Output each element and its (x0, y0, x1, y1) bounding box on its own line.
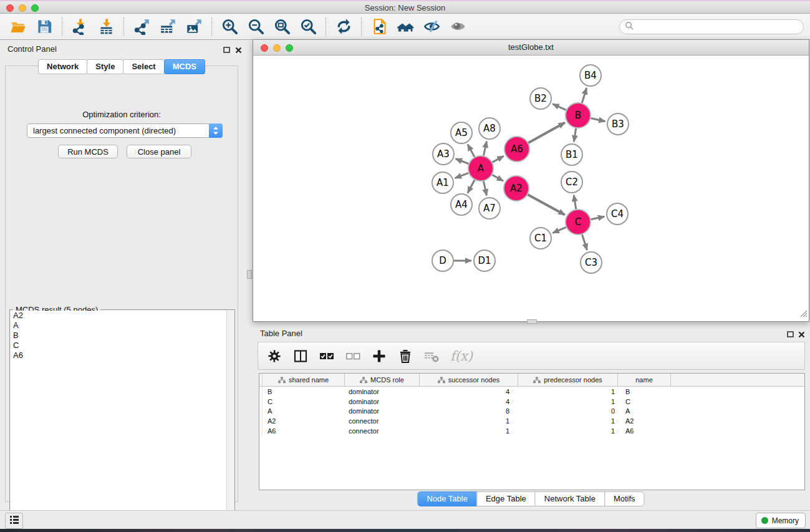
graph-node-A7[interactable]: A7 (479, 198, 500, 219)
import-network-button[interactable] (69, 16, 91, 38)
graph-edge-B-B2[interactable] (552, 104, 566, 110)
graph-node-A4[interactable]: A4 (451, 194, 472, 215)
graph-node-A5[interactable]: A5 (451, 122, 472, 143)
graph-node-A1[interactable]: A1 (432, 172, 453, 193)
resize-grip-icon[interactable] (799, 309, 808, 320)
graph-edge-A-A4[interactable] (468, 180, 475, 193)
graph-edge-B-B4[interactable] (582, 88, 586, 103)
export-network-button[interactable] (130, 16, 153, 38)
network-canvas[interactable]: B4B2BB3A5A8A6A3AB1A1A2C2A4A7C4CC1C3DD1 (254, 56, 808, 321)
zoom-selected-button[interactable] (297, 16, 319, 38)
graph-edge-C-C3[interactable] (582, 235, 587, 250)
tab-select[interactable]: Select (123, 59, 164, 74)
graph-node-A8[interactable]: A8 (479, 118, 500, 139)
column-header-predecessor-nodes[interactable]: predecessor nodes (518, 374, 618, 386)
import-table-button[interactable] (95, 16, 117, 38)
export-image-button[interactable] (183, 16, 205, 38)
criterion-dropdown[interactable]: largest connected component (directed) (27, 123, 223, 138)
search-input[interactable] (634, 21, 803, 32)
task-history-button[interactable] (5, 513, 23, 529)
horizontal-splitter-handle[interactable] (527, 319, 537, 324)
search-field[interactable] (619, 19, 804, 34)
column-layout-button[interactable] (293, 349, 308, 364)
graph-node-B2[interactable]: B2 (530, 88, 551, 109)
graph-node-A[interactable]: A (468, 156, 493, 181)
graph-node-C4[interactable]: C4 (607, 203, 628, 225)
home-button[interactable] (394, 16, 417, 38)
graph-node-A6[interactable]: A6 (504, 137, 529, 162)
column-header-shared-name[interactable]: shared name (263, 374, 345, 386)
graph-node-C1[interactable]: C1 (530, 228, 551, 249)
tab-node-table[interactable]: Node Table (417, 491, 477, 506)
table-settings-gear-button[interactable] (267, 349, 282, 364)
graph-node-D1[interactable]: D1 (474, 250, 495, 271)
table-row[interactable]: A6connector11A6 (259, 426, 804, 436)
table-row[interactable]: A2connector11A2 (259, 416, 804, 426)
hide-selected-eye-button[interactable] (420, 16, 443, 38)
close-panel-button[interactable]: Close panel (127, 145, 191, 158)
graph-edge-A2-C[interactable] (528, 195, 565, 215)
graph-node-C[interactable]: C (566, 210, 591, 235)
graph-edge-A-A6[interactable] (493, 156, 504, 162)
graph-edge-A-A5[interactable] (468, 144, 475, 157)
graph-edge-B-B3[interactable] (591, 118, 605, 122)
table-float-panel-icon[interactable] (787, 329, 794, 341)
deselect-all-checks-button[interactable] (345, 349, 360, 364)
graph-node-C2[interactable]: C2 (561, 172, 582, 193)
graph-node-B4[interactable]: B4 (580, 65, 601, 86)
graph-node-B3[interactable]: B3 (607, 114, 629, 135)
graph-edge-C-C2[interactable] (574, 195, 576, 210)
select-all-checks-button[interactable] (319, 349, 334, 364)
graph-node-A2[interactable]: A2 (504, 176, 529, 201)
close-panel-icon[interactable] (235, 45, 242, 56)
graph-edge-A-A2[interactable] (492, 175, 503, 181)
column-header-successor-nodes[interactable]: successor nodes (420, 374, 518, 386)
graph-edge-C-C4[interactable] (591, 216, 605, 220)
table-close-panel-icon[interactable] (798, 329, 805, 341)
mcds-list-scrollbar[interactable] (226, 310, 234, 523)
mcds-result-item[interactable]: A2 (11, 311, 234, 321)
mcds-result-item[interactable]: C (11, 341, 234, 351)
table-row[interactable]: Cdominator41C (259, 397, 804, 407)
column-header-name[interactable]: name (618, 374, 671, 386)
mcds-result-item[interactable]: A6 (11, 351, 234, 360)
table-row[interactable]: Bdominator41B (259, 387, 804, 397)
graph-edge-A6-B[interactable] (528, 123, 565, 143)
tab-motifs[interactable]: Motifs (604, 491, 645, 506)
graph-node-A3[interactable]: A3 (433, 143, 454, 165)
run-mcds-button[interactable]: Run MCDS (58, 145, 118, 158)
export-table-button[interactable] (157, 16, 179, 38)
graph-edge-A-A7[interactable] (484, 181, 487, 196)
graph-edge-A-A1[interactable] (455, 173, 469, 178)
vertical-splitter-handle[interactable] (247, 270, 252, 279)
memory-button[interactable]: Memory (756, 513, 806, 528)
network-window-titlebar[interactable]: testGlobe.txt (253, 40, 809, 56)
tab-edge-table[interactable]: Edge Table (476, 491, 536, 506)
float-panel-icon[interactable] (223, 45, 230, 56)
tab-mcds[interactable]: MCDS (164, 59, 205, 74)
zoom-out-button[interactable] (244, 16, 267, 38)
table-row[interactable]: Adominator80A (259, 407, 804, 417)
delete-columns-button[interactable] (398, 349, 413, 364)
graph-edge-C-C1[interactable] (552, 227, 566, 233)
show-graphics-eye-button[interactable] (446, 16, 469, 38)
graph-edge-A-A3[interactable] (456, 159, 469, 164)
refresh-layout-button[interactable] (332, 16, 355, 38)
graph-node-D[interactable]: D (432, 250, 453, 271)
add-column-button[interactable] (372, 349, 387, 364)
tab-network[interactable]: Network (38, 59, 87, 74)
tab-network-table[interactable]: Network Table (535, 491, 605, 506)
zoom-fit-button[interactable] (271, 16, 293, 38)
mcds-result-list[interactable]: A2ABCA6 (11, 311, 234, 522)
graph-node-B[interactable]: B (566, 103, 591, 128)
graph-edge-A-A8[interactable] (484, 142, 487, 156)
graph-node-B1[interactable]: B1 (561, 144, 582, 165)
open-session-button[interactable] (7, 16, 29, 38)
tab-style[interactable]: Style (87, 59, 123, 74)
graph-node-C3[interactable]: C3 (581, 252, 602, 273)
mcds-result-item[interactable]: B (11, 331, 234, 341)
mcds-result-item[interactable]: A (11, 321, 234, 331)
column-header-MCDS-role[interactable]: MCDS role (345, 374, 420, 386)
save-session-button[interactable] (33, 16, 55, 38)
network-file-button[interactable] (368, 16, 390, 38)
